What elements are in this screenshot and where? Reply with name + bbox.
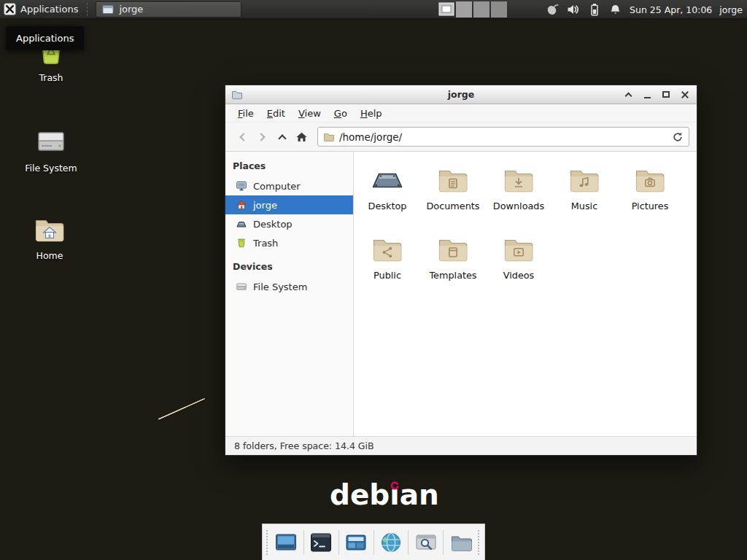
sidebar-item-desktop[interactable]: Desktop: [225, 214, 353, 233]
bottom-dock: [262, 524, 485, 560]
dock-handle[interactable]: [478, 530, 481, 555]
desktop-artifact-line: [158, 398, 206, 420]
dock-handle[interactable]: [266, 530, 269, 555]
web-browser-launcher[interactable]: [377, 527, 404, 558]
shade-button[interactable]: [622, 89, 634, 101]
sidebar-item-computer[interactable]: Computer: [225, 176, 353, 195]
close-button[interactable]: [679, 89, 691, 101]
applications-menu-button[interactable]: Applications: [0, 0, 85, 19]
panel-separator: [87, 3, 91, 16]
mouse-icon[interactable]: [545, 3, 559, 17]
menu-help[interactable]: Help: [354, 106, 389, 121]
location-bar-input[interactable]: [339, 131, 667, 143]
chevron-up-icon: [278, 134, 286, 142]
maximize-button[interactable]: [660, 89, 672, 101]
up-button[interactable]: [272, 128, 292, 147]
desktop-icon: [236, 218, 247, 230]
house-icon: [236, 199, 247, 211]
window-icon: [102, 4, 114, 15]
file-label: Downloads: [487, 201, 551, 211]
file-label: Music: [552, 201, 616, 211]
file-public[interactable]: Public: [355, 231, 419, 281]
drive-icon: [34, 124, 69, 159]
file-templates[interactable]: Templates: [421, 231, 485, 281]
wordmark-text: deb: [330, 480, 390, 511]
menu-view[interactable]: View: [292, 106, 328, 121]
file-documents[interactable]: Documents: [421, 162, 485, 211]
desktop-icon-label: Trash: [13, 72, 89, 83]
desktop-icon-label: Home: [12, 250, 88, 261]
window-toolbar: [225, 122, 697, 152]
panel-settings-icon: [344, 531, 368, 554]
file-label: Desktop: [355, 201, 419, 211]
tray-placeholder-icon[interactable]: [473, 1, 489, 18]
home-button[interactable]: [292, 128, 311, 147]
reload-button[interactable]: [672, 131, 684, 143]
location-bar[interactable]: [317, 127, 689, 147]
file-label: Templates: [421, 270, 485, 281]
window-titlebar[interactable]: jorge: [225, 85, 697, 104]
applications-tooltip: Applications: [6, 26, 84, 50]
pictures-folder-icon: [632, 162, 667, 197]
taskbar-window-button[interactable]: jorge: [96, 1, 241, 18]
sidebar-item-trash[interactable]: Trash: [225, 233, 353, 252]
volume-icon[interactable]: [566, 3, 580, 17]
panel-username[interactable]: jorge: [719, 4, 743, 15]
file-label: Videos: [487, 270, 551, 281]
forward-button[interactable]: [252, 128, 272, 147]
chevron-left-icon: [239, 133, 247, 141]
panel-settings-launcher[interactable]: [343, 527, 370, 558]
app-finder-launcher[interactable]: [412, 527, 439, 558]
show-desktop-button[interactable]: [273, 527, 300, 558]
web-browser-icon: [379, 531, 403, 554]
panel-indicators: Sun 25 Apr, 10:06 jorge: [545, 0, 743, 19]
desktop-icon-home[interactable]: Home: [12, 211, 88, 261]
panel-clock[interactable]: Sun 25 Apr, 10:06: [630, 4, 712, 15]
computer-icon: [236, 180, 247, 192]
trash-icon: [236, 237, 247, 249]
dock-separator: [374, 530, 374, 555]
window-menubar: File Edit View Go Help: [225, 104, 697, 122]
desktop-icon-file-system[interactable]: File System: [13, 124, 89, 174]
sidebar-item-file-system[interactable]: File System: [225, 277, 353, 296]
tray-placeholder-icon[interactable]: [456, 1, 472, 18]
minimize-button[interactable]: [641, 89, 653, 101]
window-icon: [231, 89, 243, 101]
menu-edit[interactable]: Edit: [260, 106, 292, 121]
file-label: Public: [355, 270, 419, 281]
file-videos[interactable]: Videos: [487, 231, 551, 281]
sidebar-item-label: Desktop: [253, 219, 293, 230]
file-pictures[interactable]: Pictures: [618, 162, 682, 211]
devices-header: Devices: [225, 258, 353, 277]
sidebar-item-label: jorge: [253, 200, 277, 211]
file-view[interactable]: Desktop Documents: [354, 152, 697, 436]
file-downloads[interactable]: Downloads: [487, 162, 551, 211]
debian-wordmark: debıan: [330, 480, 439, 511]
home-icon: [295, 131, 308, 143]
home-folder-icon: [32, 211, 67, 246]
menu-file[interactable]: File: [231, 106, 260, 121]
documents-folder-icon: [436, 162, 471, 197]
terminal-icon: [309, 531, 333, 554]
battery-icon[interactable]: [587, 3, 601, 17]
tray-placeholder-icon[interactable]: [491, 1, 507, 18]
wordmark-i: ı: [390, 480, 399, 511]
file-desktop[interactable]: Desktop: [355, 162, 419, 211]
status-text: 8 folders, Free space: 14.4 GiB: [234, 440, 374, 451]
back-button[interactable]: [233, 128, 252, 147]
sidebar-item-jorge[interactable]: jorge: [225, 195, 353, 214]
bell-icon[interactable]: [608, 3, 622, 17]
desktop-icon-label: File System: [13, 163, 89, 174]
terminal-launcher[interactable]: [308, 527, 335, 558]
applications-icon: [4, 3, 16, 15]
display-icon[interactable]: [438, 1, 454, 18]
file-music[interactable]: Music: [552, 162, 616, 211]
menu-go[interactable]: Go: [328, 106, 354, 121]
show-desktop-icon: [274, 531, 298, 554]
app-finder-icon: [414, 531, 438, 554]
sidebar-item-label: Computer: [253, 181, 301, 192]
file-manager-launcher[interactable]: [447, 527, 474, 558]
sidebar-item-label: File System: [253, 281, 307, 292]
public-folder-icon: [370, 231, 405, 266]
dock-separator: [408, 530, 409, 555]
